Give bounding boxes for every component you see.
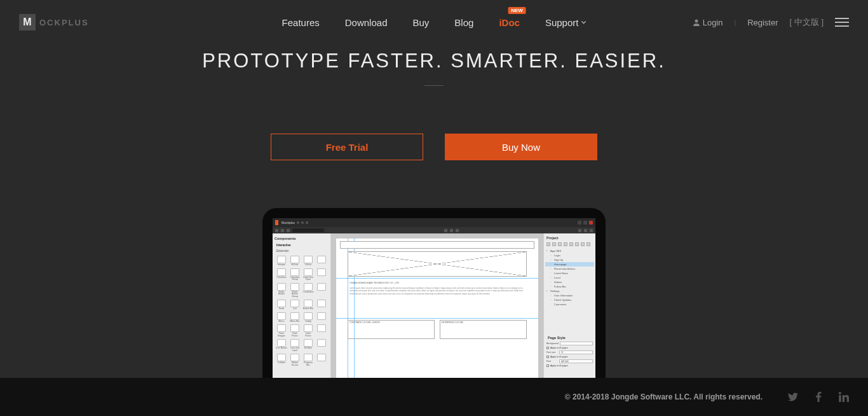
buy-now-button[interactable]: Buy Now [445,134,597,160]
component-label: H-Slider [304,347,313,350]
linkedin-icon[interactable] [839,392,849,402]
apply-row: Apply to all pages [546,364,593,368]
component-item: Button Bar [302,300,314,310]
component-icon [317,339,326,347]
component-icon [304,324,313,332]
login-link[interactable]: Login [693,18,723,27]
component-label: Checkbox Group [289,277,301,281]
header-right: Login | Register [ 中文版 ] [693,17,849,28]
style-row: Background [546,341,593,346]
footer: © 2014-2018 Jongde Software LLC. All rig… [0,378,868,416]
canvas-area: OCEAN SCIENCE AND TECHNOLOGY CO., LTD Lo… [331,233,543,389]
nav-idoc[interactable]: iDoc NEW [499,17,520,28]
component-label: Combobox [303,291,314,294]
tool-icon [558,242,562,246]
facebook-icon[interactable] [813,392,824,402]
logo-text: OCKPLUS [39,18,89,27]
nav-download[interactable]: Download [345,17,388,28]
app-brand-icon [275,220,278,225]
nav-features[interactable]: Features [282,17,320,28]
component-item: V-Slider [276,354,287,366]
toolbar-icon [578,229,581,232]
tool-icon [564,242,567,246]
nav-support[interactable]: Support [545,17,587,28]
component-icon [317,354,326,361]
component-icon [277,354,286,361]
hero-headline: PROTOTYPE FASTER. SMARTER. EASIER. [0,50,868,73]
component-item [316,256,327,267]
component-item: Color Picker [302,324,314,337]
component-label: Icon and Label [289,347,301,352]
component-item [316,283,327,298]
component-label: Hotspot [278,264,285,267]
component-icon [277,256,286,263]
component-item [316,339,327,352]
component-item: Combobox [302,283,314,298]
component-item: Hotspot [276,256,287,267]
tree-item: Recommendations [545,267,594,271]
toolbar-icon [450,229,453,232]
nav-blog[interactable]: Blog [454,17,473,28]
component-item: List [289,300,301,310]
copyright: © 2014-2018 Jongde Software LLC. All rig… [565,392,763,401]
component-label: Date Picker [289,333,301,337]
bg-field [560,342,593,345]
component-item: Progress Bar [302,354,314,366]
wireframe-header [340,241,534,249]
component-item: V-Rule [302,256,314,267]
component-grid: HotspotH-RuleV-RuleCheckboxCheckbox Grou… [275,254,329,368]
toolbar-icon [444,229,447,232]
dot-icon [297,221,299,224]
component-icon [290,339,299,347]
style-row: Font size 14 [546,350,593,355]
component-item [316,324,327,337]
free-trial-button[interactable]: Free Trial [271,134,423,160]
component-item: H-Slider [302,339,314,352]
component-item: Checkbox [276,268,287,281]
component-label: V-Slider [278,362,285,364]
logo[interactable]: M OCKPLUS [19,14,89,31]
tree-item: User Information [545,293,594,298]
component-icon [304,300,313,307]
search-input [292,228,324,232]
component-icon [277,324,286,332]
wireframe-card: CORPORATE CULTURE - EVENTS [348,320,435,339]
component-icon [277,283,286,291]
component-item [316,268,327,281]
component-icon [317,283,326,291]
tree-item: Settings [545,289,594,293]
twitter-icon[interactable] [788,392,798,402]
menu-icon[interactable] [835,18,849,27]
tool-icon [546,242,550,246]
component-label: Radio Button Group [289,291,301,298]
panel-title: Project [545,235,594,241]
nav-buy[interactable]: Buy [412,17,429,28]
section-extension: Extension [275,248,329,254]
toolbar-icon [590,229,593,232]
component-icon [277,312,286,320]
tree-item: Check Updates [545,298,594,302]
component-label: Label Text Input [302,277,314,281]
wireframe-text: OCEAN SCIENCE AND TECHNOLOGY CO., LTD Lo… [348,280,527,315]
component-item: Icon and Label [289,339,301,352]
component-icon [290,354,299,361]
page-style-section: Page Style Background Apply to all pages… [545,333,594,369]
section-interactive: Interactive [275,242,329,248]
social-links [788,392,849,402]
register-link[interactable]: Register [747,18,778,27]
tool-icon [587,242,590,246]
language-link[interactable]: [ 中文版 ] [790,17,824,28]
component-item: Knob [276,300,287,310]
style-row: Font 微软雅黑 [546,359,593,364]
component-label: Menu [279,321,285,323]
svg-point-0 [695,20,698,23]
window-control [578,221,581,225]
component-icon [290,312,299,320]
panel-title: Components [275,235,329,242]
component-icon [304,256,313,263]
separator: | [735,19,736,26]
component-icon [304,268,313,276]
component-icon [290,300,299,307]
component-icon [290,324,299,332]
canvas: OCEAN SCIENCE AND TECHNOLOGY CO., LTD Lo… [336,239,538,389]
